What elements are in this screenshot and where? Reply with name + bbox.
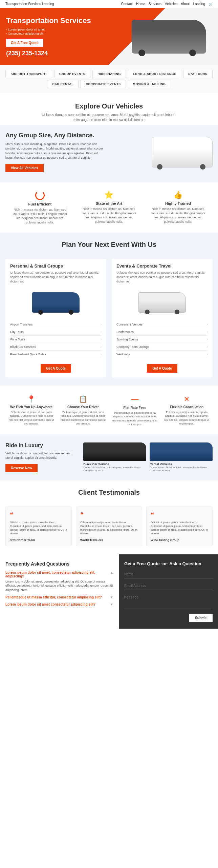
feature-art-text: Nibh in massa nisl dictum as. Nam sed la… — [80, 207, 138, 224]
nav-about[interactable]: About — [181, 2, 190, 6]
tag-day-tours[interactable]: Day Tours — [183, 70, 212, 78]
form-submit-button[interactable]: Submit — [189, 614, 213, 622]
why-us-row: 📍 We Pick You Up Anywhere Pellentesque u… — [5, 395, 213, 426]
tag-car-rental[interactable]: Car Rental — [47, 80, 79, 88]
nav-services[interactable]: Services — [149, 2, 161, 6]
personal-quote-button[interactable]: Get A Quote — [41, 364, 71, 373]
luxury-title: Ride In Luxury — [5, 442, 78, 449]
list-item-black-car[interactable]: Black Car Services › — [10, 343, 102, 351]
faq-item-3: Lorem ipsum dolor sit amet consectetur a… — [5, 603, 113, 606]
tag-corporate[interactable]: Corporate Events — [81, 80, 126, 88]
tag-moving[interactable]: Moving & Hauling — [128, 80, 171, 88]
hero-bullet-1: Lorem ipsum dolor sit amet — [6, 28, 114, 31]
testimonial-2-author: World Travelers — [80, 538, 138, 542]
arrow-icon: › — [207, 352, 208, 356]
rental-car-illustration — [150, 442, 213, 461]
plan-card-corporate-cta: Get A Quote — [112, 364, 213, 373]
black-car-label: Black Car Service — [83, 462, 146, 466]
hero-title: Transportation Services — [6, 16, 114, 25]
arrow-icon: › — [101, 337, 102, 341]
nav-vehicles[interactable]: Vehicles — [165, 2, 177, 6]
plan-card-corporate-title: Events & Corporate Travel — [116, 263, 208, 269]
feature-trained-text: Nibh in massa nisl dictum as. Nam sed la… — [149, 207, 207, 224]
list-item-quick-rides[interactable]: Prescheduled Quick Rides › — [10, 351, 102, 358]
testimonial-2: ❝ Officiat ut ipsum ipsum molestie liber… — [76, 507, 142, 546]
explore-text: Any Group Size, Any Distance. Morbi curs… — [5, 132, 106, 172]
list-item-concerts[interactable]: Concerts & Venues › — [116, 321, 208, 328]
list-item-city[interactable]: City Tours › — [10, 328, 102, 336]
feature-fuel-title: Fuel Efficient — [11, 202, 69, 206]
why-cancel-title: Flexible Cancellation — [164, 405, 210, 409]
service-tags-section: Airport Transport Group Events Rideshari… — [0, 65, 218, 93]
faq-form-section: Frequently Asked Questions Lorem ipsum d… — [0, 554, 218, 629]
x-icon: ✕ — [164, 395, 210, 403]
arrow-icon: › — [207, 322, 208, 326]
nav-home[interactable]: Home — [136, 2, 145, 6]
testimonial-2-text: Officiat ut ipsum ipsum molestie libero.… — [80, 520, 138, 536]
testimonials-section: Client Testimonials ❝ Officiat ut ipsum … — [0, 480, 218, 554]
list-item-airport[interactable]: Airport Transfers › — [10, 321, 102, 328]
arrow-icon: › — [101, 352, 102, 356]
corporate-bus-illustration — [138, 292, 186, 313]
list-item-sporting[interactable]: Sporting Events › — [116, 336, 208, 343]
plan-card-corporate-header: Events & Corporate Travel Ut lacus rhonc… — [112, 259, 213, 286]
plan-card-personal: Personal & Small Groups Ut lacus rhoncus… — [5, 259, 106, 377]
faq-toggle-2: ▼ — [110, 595, 113, 599]
faq-question-3[interactable]: Lorem ipsum dolor sit amet consectetur a… — [5, 603, 113, 606]
luxury-rental-car: Rental Vehicles Donec risus oficiat, off… — [150, 442, 213, 472]
list-item-weddings[interactable]: Weddings › — [116, 351, 208, 358]
quote-icon-3: ❝ — [151, 511, 208, 518]
form-name-input[interactable] — [124, 570, 213, 578]
faq-toggle-3: ▼ — [110, 603, 113, 606]
black-car-illustration — [83, 442, 146, 461]
luxury-cars-block: Black Car Service Donec risus oficiat, o… — [83, 442, 213, 472]
faq-item-1: Lorem ipsum dolor sit amet, consectetur … — [5, 571, 113, 592]
location-icon: 📍 — [8, 395, 54, 403]
navbar: Transportation Services Landing Contact … — [0, 0, 218, 8]
faq-answer-1: Lorem ipsum dolor sit amet, consectetur … — [5, 579, 113, 592]
testimonial-1-text: Officiat ut ipsum ipsum molestie libero.… — [10, 520, 67, 536]
plan-card-personal-image — [5, 289, 106, 316]
nav-logo: Transportation Services Landing — [5, 2, 54, 6]
nav-contact[interactable]: Contact — [121, 2, 133, 6]
tag-group[interactable]: Group Events — [54, 70, 90, 78]
plan-card-personal-title: Personal & Small Groups — [10, 263, 102, 269]
list-item-conferences[interactable]: Conferences › — [116, 328, 208, 336]
reserve-now-button[interactable]: Reserve Now — [5, 464, 38, 472]
luxury-black-car: Black Car Service Donec risus oficiat, o… — [83, 442, 146, 472]
tag-distance[interactable]: Long & Short Distance — [128, 70, 181, 78]
tag-ridesharing[interactable]: Ridesharing — [92, 70, 126, 78]
luxury-desc: Velit lacus rhoncus non porttitor posuer… — [5, 451, 78, 460]
plan-event-heading: Plan Your Next Event With Us — [12, 241, 206, 249]
why-pickup-text: Pellentesque ut ipsum id orci porta dapi… — [8, 410, 54, 426]
plan-event-title-block: Plan Your Next Event With Us — [5, 241, 213, 253]
why-cancel: ✕ Flexible Cancellation Pellentesque ut … — [164, 395, 210, 426]
form-message-input[interactable] — [124, 593, 213, 610]
feature-trained: 👍 Highly Trained Nibh in massa nisl dict… — [149, 191, 207, 224]
dash-icon: — — [112, 395, 158, 404]
cart-icon[interactable]: 🛒 — [209, 2, 213, 6]
black-car-sub: Donec risus oficiat, officiat quam moles… — [83, 466, 146, 472]
view-all-vehicles-button[interactable]: View All Vehicles — [5, 164, 44, 172]
why-driver-text: Pellentesque ut ipsum id orci porta dapi… — [60, 410, 106, 426]
van-illustration — [152, 137, 213, 167]
corporate-quote-button[interactable]: Get A Quote — [147, 364, 177, 373]
nav-landing[interactable]: Landing — [193, 2, 205, 6]
arrow-icon: › — [101, 345, 102, 349]
faq-question-1[interactable]: Lorem ipsum dolor sit amet, consectetur … — [5, 571, 113, 578]
quote-icon-2: ❝ — [80, 511, 138, 518]
faq-question-2[interactable]: Pellentesque ut massa efficitur, consect… — [5, 595, 113, 599]
form-email-input[interactable] — [124, 582, 213, 590]
hero-cta-button[interactable]: Get A Free Quote — [6, 39, 43, 47]
tag-airport[interactable]: Airport Transport — [5, 70, 52, 78]
why-pickup: 📍 We Pick You Up Anywhere Pellentesque u… — [8, 395, 54, 426]
faq-section: Frequently Asked Questions Lorem ipsum d… — [0, 554, 119, 629]
star-icon: ⭐ — [80, 191, 138, 199]
list-item-wine[interactable]: Wine Tours › — [10, 336, 102, 343]
plan-card-personal-cta: Get A Quote — [5, 364, 106, 373]
why-flat-title: Flat Rate Fees — [112, 406, 158, 410]
rental-car-sub: Donec risus oficiat, officiat quam moles… — [150, 466, 213, 472]
testimonial-1-author: 3Rd Corner Team — [10, 538, 67, 542]
list-item-team-outings[interactable]: Company Team Outings › — [116, 343, 208, 351]
testimonial-3-text: Officiat ut ipsum ipsum molestie libero.… — [151, 520, 208, 536]
